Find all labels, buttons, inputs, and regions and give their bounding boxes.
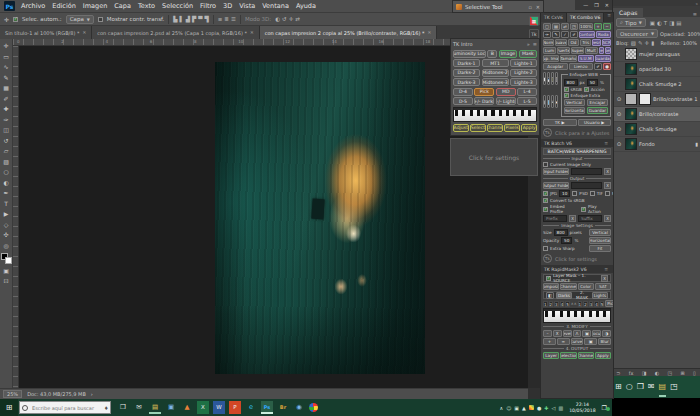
align-center-v-icon[interactable]: ▀: [198, 16, 202, 22]
filter-type-icon[interactable]: T: [664, 20, 667, 26]
marquee-tool[interactable]: ▭: [1, 52, 12, 61]
status-chevron-icon[interactable]: ›: [91, 391, 93, 397]
filter-smart-icon[interactable]: ▤: [676, 20, 681, 26]
layer-row[interactable]: ⊙ opacidad 30 ▮: [613, 62, 700, 77]
menu-item[interactable]: Archivo: [21, 2, 45, 10]
menu-item[interactable]: Ayuda: [296, 2, 316, 10]
align-left-icon[interactable]: ▙: [173, 16, 177, 22]
pan-3d-icon[interactable]: ✛: [289, 16, 294, 22]
source-button[interactable]: Channel: [560, 283, 576, 290]
hidden-icons-chevron[interactable]: ∧: [499, 405, 503, 411]
close-button[interactable]: ✕: [536, 4, 540, 10]
start-button[interactable]: ⊞: [615, 377, 622, 397]
layer-row-background[interactable]: ⊙ Fondo ▮: [613, 137, 700, 152]
distribute-top-icon[interactable]: ≡: [218, 16, 223, 22]
clone-stamp-tool[interactable]: ◫: [1, 125, 12, 134]
play-action-checkbox[interactable]: [581, 207, 586, 212]
auto-select-target-dropdown[interactable]: Capa▼: [66, 15, 94, 24]
fill-value[interactable]: 100%: [683, 40, 697, 46]
link-layers-icon[interactable]: ⊃: [616, 370, 620, 376]
midtones-3-button[interactable]: Midtones-3: [482, 78, 509, 86]
modify-button[interactable]: ▣: [582, 330, 591, 337]
close-button[interactable]: ✕: [605, 2, 609, 8]
mask-button[interactable]: Mask: [519, 50, 537, 58]
horizontal-button[interactable]: Horizontal: [564, 107, 585, 114]
settings-app-icon[interactable]: ◉: [293, 401, 305, 414]
word-app-icon[interactable]: W: [213, 401, 225, 414]
app-tray-icon[interactable]: ●: [537, 405, 541, 411]
show-transform-checkbox[interactable]: [98, 17, 103, 22]
auto-select-checkbox[interactable]: [13, 17, 18, 22]
midtones-2-button[interactable]: Midtones-2: [482, 69, 509, 77]
clear-prefix-button[interactable]: X: [569, 215, 576, 222]
tif-checkbox[interactable]: [590, 191, 595, 196]
size-field[interactable]: 800: [554, 229, 568, 236]
darks-1-button[interactable]: Darks-1: [453, 59, 480, 67]
clear-source-button[interactable]: X: [601, 275, 608, 282]
edge-app-icon[interactable]: e: [245, 401, 257, 414]
minimize-button[interactable]: ▫: [528, 4, 531, 10]
search-input[interactable]: [30, 404, 102, 412]
pattern-icon[interactable]: ▧: [555, 72, 558, 85]
darks-3-button[interactable]: Darks-3: [453, 78, 480, 86]
darks-level-button[interactable]: 5: [565, 301, 570, 307]
layer-thumbnail[interactable]: [625, 93, 637, 105]
flatten-button[interactable]: Acoplar: [543, 63, 568, 70]
zoom-level-field[interactable]: 25%: [3, 390, 22, 398]
ajustes-hint[interactable]: Tk Click para ir a Ajustes: [543, 128, 611, 137]
clear-suffix-button[interactable]: X: [604, 215, 611, 222]
new-group-icon[interactable]: ◳: [667, 370, 672, 376]
blend-mode-button[interactable]: Super: [571, 47, 584, 54]
layer-name[interactable]: Brillo/contraste 1: [653, 96, 698, 102]
quick-mask-button[interactable]: ▣: [1, 266, 12, 275]
layer-row[interactable]: ⊙ Brillo/contraste 1 ▮: [613, 92, 700, 107]
image-size-button[interactable]: Tamaño: [560, 55, 576, 62]
jpg-checkbox[interactable]: [543, 191, 548, 196]
lights-3-button[interactable]: Lights-3: [510, 78, 537, 86]
modify-button[interactable]: ▣: [584, 338, 597, 345]
luminosity-lock-button[interactable]: Luminosity Lock: [453, 50, 486, 58]
update-tray-icon[interactable]: ▲: [522, 405, 526, 411]
close-tab-icon[interactable]: ✕: [82, 30, 86, 35]
onedrive-tray-icon[interactable]: ▣: [514, 405, 519, 411]
opacity-field[interactable]: 50: [561, 237, 572, 244]
darks-level-button[interactable]: 3: [554, 301, 559, 307]
layer-icon[interactable]: ▣: [543, 72, 546, 85]
plus-minus-darks-button[interactable]: +/- Darks: [474, 97, 494, 105]
enfoque-extra-checkbox[interactable]: [564, 93, 569, 98]
panel-menu-icon[interactable]: ≡: [604, 267, 610, 272]
tab-tk-cx[interactable]: TK CxV6: [541, 13, 567, 22]
output-button[interactable]: Channel: [578, 352, 594, 359]
stamp-icon[interactable]: ◫: [551, 72, 554, 85]
settings-hint-box[interactable]: Click for settings: [450, 138, 538, 176]
pick-button[interactable]: Pick: [605, 300, 614, 307]
darks-5-button[interactable]: D-5: [453, 97, 473, 105]
align-bottom-icon[interactable]: ▜: [205, 16, 209, 22]
lock-all-icon[interactable]: ▮: [651, 40, 654, 46]
volume-tray-icon[interactable]: ◁: [552, 405, 556, 411]
lights-level-button[interactable]: 2: [583, 301, 588, 307]
distribute-bottom-icon[interactable]: ☰: [231, 16, 236, 22]
layer-thumbnail[interactable]: [625, 63, 637, 75]
background-color-swatch[interactable]: [5, 257, 12, 264]
window-app-icon[interactable]: ◳: [670, 377, 678, 397]
jpg-quality-field[interactable]: 10: [559, 190, 570, 197]
modify-button[interactable]: Levels: [563, 330, 572, 337]
darks-toggle-icon[interactable]: ◧: [546, 292, 554, 299]
panel-menu-icon[interactable]: ≡: [604, 141, 610, 146]
roda-button[interactable]: Roda: [596, 31, 612, 38]
layer-mask-thumbnail[interactable]: [639, 93, 651, 105]
md-button[interactable]: MD: [496, 88, 516, 96]
start-button[interactable]: ⊞: [0, 399, 18, 416]
zoom-tool[interactable]: ◎: [1, 241, 12, 250]
brush-icon[interactable]: ✑: [543, 31, 551, 38]
collapse-icon[interactable]: «: [696, 1, 698, 6]
intro-action-button[interactable]: Adjust: [453, 124, 469, 132]
document-image[interactable]: [215, 62, 425, 374]
panel-menu-icon[interactable]: ≡: [607, 13, 613, 22]
path-selection-tool[interactable]: ▶: [1, 209, 12, 218]
vertical-sharpen-button[interactable]: Vertical: [589, 229, 611, 236]
layer-thumbnail[interactable]: [625, 78, 637, 90]
layer-name[interactable]: Brillo/contraste: [639, 111, 698, 117]
add-mask-icon[interactable]: ◨: [642, 370, 647, 376]
